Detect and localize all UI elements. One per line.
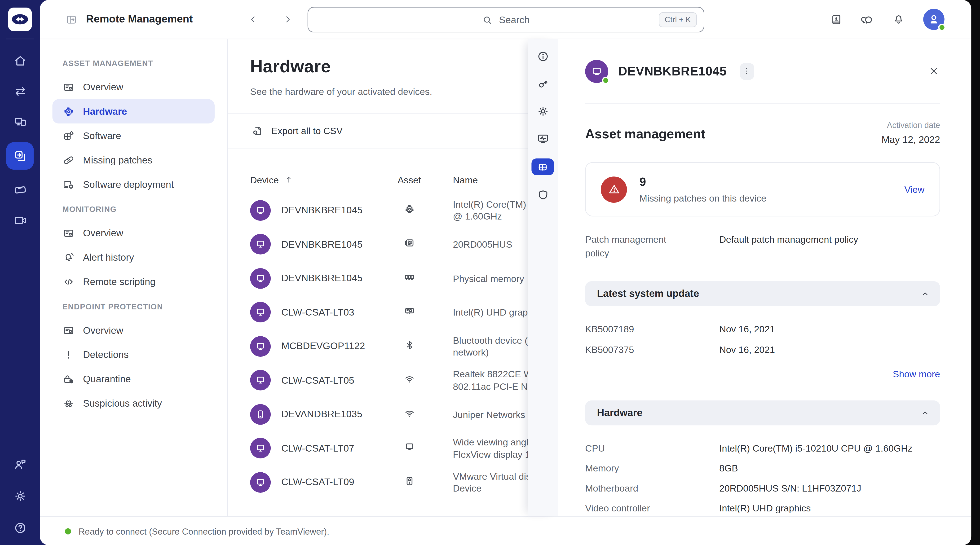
sidebar-item-software-deployment[interactable]: Software deployment bbox=[52, 172, 215, 197]
monitor-icon bbox=[403, 441, 415, 453]
endpoint-protection-icon bbox=[536, 188, 549, 201]
app-window: Remote Management Search Ctrl + K bbox=[0, 0, 980, 545]
monitoring-icon bbox=[536, 132, 549, 145]
sidebar-item-overview[interactable]: Overview bbox=[52, 318, 215, 343]
asset-name-cell: Realtek 8822CE Wireless LAN802.11ac PCI-… bbox=[434, 368, 528, 392]
back-icon[interactable] bbox=[248, 14, 259, 25]
sidebar-item-software[interactable]: Software bbox=[52, 124, 215, 148]
sidebar-item-quarantine[interactable]: Quarantine bbox=[52, 367, 215, 391]
rail-item-devices[interactable] bbox=[13, 115, 27, 129]
update-row: KB5007189Nov 16, 2021 bbox=[585, 319, 940, 339]
asset-name-cell: VMware Virtual disk SCSI DiskDevice bbox=[434, 470, 528, 494]
disk-icon bbox=[403, 475, 415, 487]
sidebar-item-label: Overview bbox=[83, 81, 123, 92]
spec-label: CPU bbox=[585, 443, 719, 453]
spec-row: CPUIntel(R) Core(TM) i5-10210U CPU @ 1.6… bbox=[585, 438, 940, 458]
table-row[interactable]: DEVNBKBRE1045Physical memory bbox=[228, 261, 528, 296]
monitor-icon bbox=[255, 477, 266, 488]
asset-cell bbox=[403, 305, 415, 319]
column-asset[interactable]: Asset bbox=[398, 174, 421, 185]
hardware-spec-list: CPUIntel(R) Core(TM) i5-10210U CPU @ 1.6… bbox=[585, 438, 940, 516]
collapse-sidebar-icon[interactable] bbox=[65, 13, 77, 25]
column-device[interactable]: Device bbox=[250, 174, 384, 185]
box-icon bbox=[62, 129, 75, 142]
asset-name-cell: Bluetooth device (personal areanetwork) bbox=[434, 334, 528, 359]
chat-icon[interactable] bbox=[861, 13, 874, 26]
section-label: ENDPOINT PROTECTION bbox=[40, 294, 227, 318]
sidebar-item-hardware[interactable]: Hardware bbox=[52, 99, 215, 124]
sidebar-item-alert-history[interactable]: Alert history bbox=[52, 245, 215, 269]
more-actions-button[interactable] bbox=[740, 63, 754, 79]
remote-management-icon bbox=[13, 149, 27, 163]
panel-tab-info[interactable] bbox=[536, 50, 549, 63]
meeting-icon bbox=[13, 213, 27, 228]
monitor-icon bbox=[255, 442, 266, 454]
table-row[interactable]: CLW-CSAT-LT07Wide viewing angle & High d… bbox=[228, 431, 528, 465]
rail-item-service-queue[interactable] bbox=[13, 183, 27, 197]
table-row[interactable]: DEVNBKBRE104520RD005HUS bbox=[228, 227, 528, 261]
table-row[interactable]: DEVANDBRE1035Juniper Networks Virtual Ad… bbox=[228, 397, 528, 431]
search-input[interactable]: Search Ctrl + K bbox=[307, 7, 704, 32]
table-header: Device Asset Name bbox=[228, 166, 528, 193]
export-icon bbox=[251, 124, 264, 137]
spec-value: Intel(R) Core(TM) i5-10210U CPU @ 1.60GH… bbox=[719, 443, 940, 453]
asset-name-cell: Wide viewing angle & High densityFlexVie… bbox=[434, 436, 528, 461]
detail-section-title: Asset management bbox=[585, 127, 705, 141]
rail-item-connections[interactable] bbox=[13, 84, 27, 99]
rail-item-meeting[interactable] bbox=[13, 213, 27, 228]
user-avatar[interactable] bbox=[923, 9, 945, 30]
latest-system-update-accordion[interactable]: Latest system update bbox=[585, 281, 940, 306]
sidebar-item-label: Remote scripting bbox=[83, 276, 156, 287]
rail-item-feedback[interactable] bbox=[13, 457, 27, 472]
sidebar-item-missing-patches[interactable]: Missing patches bbox=[52, 148, 215, 172]
device-cell: MCBDEVGOP1122 bbox=[250, 336, 384, 356]
missing-patches-count: 9 bbox=[640, 175, 766, 189]
panel-tab-asset-management[interactable] bbox=[531, 159, 554, 175]
column-name[interactable]: Name bbox=[434, 174, 528, 185]
rail-item-help[interactable] bbox=[13, 521, 27, 535]
sidebar-item-remote-scripting[interactable]: Remote scripting bbox=[52, 269, 215, 294]
sidebar-item-overview[interactable]: Overview bbox=[52, 75, 215, 99]
table-row[interactable]: CLW-CSAT-LT03Intel(R) UHD graphics bbox=[228, 295, 528, 329]
monitor-icon bbox=[255, 375, 266, 386]
sidebar-item-label: Overview bbox=[83, 324, 123, 336]
main-content: Hardware See the hardware of your activa… bbox=[228, 39, 528, 516]
asset-cell bbox=[403, 271, 415, 286]
panel-tab-endpoint-protection[interactable] bbox=[536, 188, 549, 201]
panel-tab-access-key[interactable] bbox=[536, 77, 549, 91]
panel-tab-monitoring[interactable] bbox=[536, 132, 549, 145]
kb-date: Nov 16, 2021 bbox=[719, 344, 940, 355]
show-more-link[interactable]: Show more bbox=[585, 369, 940, 379]
rail-item-remote-management[interactable] bbox=[6, 142, 33, 170]
activation-info: Activation date May 12, 2022 bbox=[881, 121, 940, 145]
teamviewer-logo-icon[interactable] bbox=[8, 8, 32, 31]
service-queue-icon bbox=[13, 183, 27, 197]
devices-icon bbox=[13, 115, 27, 129]
sidebar-item-overview[interactable]: Overview bbox=[52, 221, 215, 245]
view-patches-link[interactable]: View bbox=[904, 184, 924, 195]
sidebar: ASSET MANAGEMENTOverviewHardwareSoftware… bbox=[40, 39, 228, 516]
table-row[interactable]: CLW-CSAT-LT05Realtek 8822CE Wireless LAN… bbox=[228, 363, 528, 397]
table-row[interactable]: MCBDEVGOP1122Bluetooth device (personal … bbox=[228, 329, 528, 363]
device-avatar bbox=[250, 302, 270, 323]
sidebar-item-label: Detections bbox=[83, 349, 129, 360]
search-placeholder: Search bbox=[499, 14, 530, 25]
close-panel-button[interactable] bbox=[928, 65, 940, 77]
forward-icon[interactable] bbox=[282, 14, 293, 25]
table-row[interactable]: DEVNBKBRE1045Intel(R) Core(TM) i5-10210U… bbox=[228, 193, 528, 227]
table-row[interactable]: CLW-CSAT-LT09VMware Virtual disk SCSI Di… bbox=[228, 465, 528, 499]
notifications-icon[interactable] bbox=[892, 13, 905, 26]
hardware-accordion[interactable]: Hardware bbox=[585, 400, 940, 425]
sidebar-item-detections[interactable]: Detections bbox=[52, 342, 215, 367]
spec-row: Motherboard20RD005HUS S/N: L1HF03Z071J bbox=[585, 478, 940, 498]
rail-item-settings[interactable] bbox=[13, 489, 27, 504]
rail-item-home[interactable] bbox=[13, 54, 27, 68]
contacts-icon[interactable] bbox=[830, 13, 843, 26]
sidebar-item-suspicious-activity[interactable]: Suspicious activity bbox=[52, 391, 215, 415]
device-avatar bbox=[250, 336, 270, 356]
panel-tab-device-settings[interactable] bbox=[536, 105, 549, 118]
export-csv-button[interactable]: Export all to CSV bbox=[228, 113, 528, 148]
device-cell: DEVNBKBRE1045 bbox=[250, 234, 384, 254]
mobo-icon bbox=[403, 237, 415, 249]
phone-icon bbox=[255, 408, 266, 420]
